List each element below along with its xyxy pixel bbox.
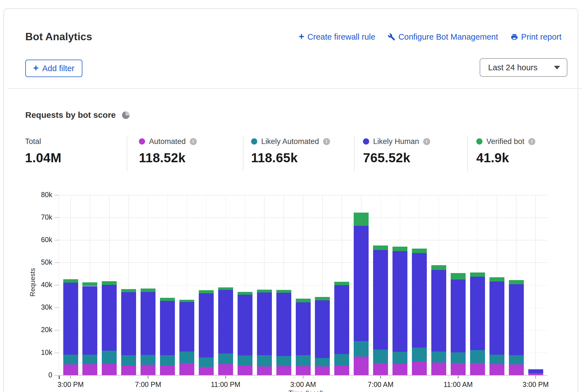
bar-segment-likely-automated[interactable] <box>238 355 252 366</box>
bar-segment-likely-human[interactable] <box>121 292 136 355</box>
bar-segment-likely-human[interactable] <box>102 285 117 350</box>
bar-segment-likely-automated[interactable] <box>218 353 233 364</box>
bar-segment-automated[interactable] <box>373 363 388 375</box>
bar-segment-automated[interactable] <box>257 366 272 375</box>
bar-segment-automated[interactable] <box>179 363 194 375</box>
bar-segment-verified-bot[interactable] <box>121 289 136 292</box>
bar-segment-likely-automated[interactable] <box>160 355 175 366</box>
bar-segment-likely-automated[interactable] <box>451 352 466 363</box>
bar-segment-likely-automated[interactable] <box>199 357 214 367</box>
bar-segment-likely-automated[interactable] <box>470 350 485 363</box>
bar-segment-likely-automated[interactable] <box>354 341 369 357</box>
bar-segment-likely-human[interactable] <box>373 250 388 350</box>
bar-segment-likely-automated[interactable] <box>102 351 117 364</box>
bar-segment-automated[interactable] <box>82 364 97 375</box>
bar-segment-verified-bot[interactable] <box>141 289 155 292</box>
bar-segment-verified-bot[interactable] <box>218 287 233 290</box>
bar-segment-automated[interactable] <box>121 365 136 375</box>
bar-segment-automated[interactable] <box>238 366 252 375</box>
info-icon[interactable]: i <box>528 138 535 145</box>
bar-segment-verified-bot[interactable] <box>296 299 311 303</box>
bar-segment-likely-human[interactable] <box>412 253 427 348</box>
bar-segment-likely-human[interactable] <box>141 292 155 355</box>
bar-segment-verified-bot[interactable] <box>470 272 485 276</box>
bar-segment-likely-human[interactable] <box>160 301 175 355</box>
bar-segment-verified-bot[interactable] <box>392 247 407 251</box>
bar-segment-automated[interactable] <box>412 361 427 375</box>
bar-segment-likely-automated[interactable] <box>121 355 136 365</box>
bar-segment-verified-bot[interactable] <box>373 245 388 250</box>
bar-segment-likely-automated[interactable] <box>296 355 311 366</box>
bar-segment-likely-automated[interactable] <box>63 355 78 364</box>
info-icon[interactable]: i <box>190 138 197 145</box>
bar-segment-verified-bot[interactable] <box>509 280 524 284</box>
bar-segment-likely-human[interactable] <box>82 286 97 355</box>
bar-segment-verified-bot[interactable] <box>315 297 330 300</box>
bar-segment-likely-automated[interactable] <box>179 352 194 363</box>
bar-segment-verified-bot[interactable] <box>63 279 78 283</box>
bar-segment-likely-automated[interactable] <box>528 373 543 374</box>
bar-segment-verified-bot[interactable] <box>276 290 291 293</box>
bar-segment-automated[interactable] <box>296 366 311 375</box>
bar-segment-automated[interactable] <box>199 367 214 375</box>
bar-segment-verified-bot[interactable] <box>238 292 252 295</box>
bar-segment-likely-human[interactable] <box>257 292 272 355</box>
bar-segment-likely-human[interactable] <box>334 285 349 354</box>
print-report-link[interactable]: Print report <box>511 32 561 42</box>
bar-segment-automated[interactable] <box>63 364 78 375</box>
bar-segment-automated[interactable] <box>141 365 155 375</box>
info-icon[interactable]: i <box>423 138 430 145</box>
bar-segment-likely-automated[interactable] <box>82 355 97 364</box>
bar-segment-likely-automated[interactable] <box>141 355 155 365</box>
bar-segment-automated[interactable] <box>509 364 524 375</box>
bar-segment-likely-automated[interactable] <box>509 355 524 364</box>
configure-bot-management-link[interactable]: Configure Bot Management <box>388 32 498 42</box>
bar-segment-verified-bot[interactable] <box>431 265 446 270</box>
bar-segment-likely-automated[interactable] <box>431 352 446 362</box>
bar-segment-likely-automated[interactable] <box>373 350 388 363</box>
bar-segment-likely-human[interactable] <box>451 280 466 352</box>
bar-segment-likely-automated[interactable] <box>276 356 291 366</box>
bar-segment-automated[interactable] <box>276 366 291 375</box>
bar-segment-likely-automated[interactable] <box>334 354 349 366</box>
bar-segment-automated[interactable] <box>528 374 543 375</box>
bar-segment-automated[interactable] <box>354 357 369 375</box>
bar-segment-verified-bot[interactable] <box>160 298 175 301</box>
bar-segment-likely-human[interactable] <box>276 293 291 356</box>
bar-segment-verified-bot[interactable] <box>412 249 427 253</box>
bar-segment-verified-bot[interactable] <box>451 273 466 280</box>
bar-segment-verified-bot[interactable] <box>199 290 214 293</box>
bar-segment-likely-human[interactable] <box>528 370 543 373</box>
bar-segment-likely-automated[interactable] <box>392 352 407 364</box>
time-range-select[interactable]: Last 24 hours <box>480 58 567 77</box>
bar-segment-likely-human[interactable] <box>218 290 233 353</box>
add-filter-button[interactable]: + Add filter <box>25 60 82 77</box>
bar-segment-likely-human[interactable] <box>179 302 194 351</box>
bar-segment-likely-human[interactable] <box>315 300 330 358</box>
bar-segment-likely-human[interactable] <box>392 251 407 352</box>
bar-segment-automated[interactable] <box>334 366 349 375</box>
bar-segment-likely-automated[interactable] <box>257 355 272 366</box>
bar-segment-automated[interactable] <box>392 364 407 375</box>
bar-segment-likely-automated[interactable] <box>489 355 504 364</box>
bar-segment-likely-human[interactable] <box>296 302 311 355</box>
bar-segment-likely-human[interactable] <box>199 293 214 357</box>
bar-segment-likely-human[interactable] <box>63 283 78 354</box>
bar-segment-automated[interactable] <box>315 366 330 375</box>
bar-segment-likely-human[interactable] <box>509 284 524 355</box>
bar-segment-automated[interactable] <box>218 364 233 375</box>
bar-segment-automated[interactable] <box>431 362 446 375</box>
create-firewall-rule-link[interactable]: + Create firewall rule <box>299 32 375 42</box>
bar-segment-automated[interactable] <box>470 363 485 375</box>
info-icon[interactable]: i <box>323 138 330 145</box>
bar-segment-likely-human[interactable] <box>431 270 446 352</box>
bar-segment-verified-bot[interactable] <box>257 290 272 292</box>
bar-segment-likely-human[interactable] <box>489 281 504 355</box>
bar-segment-likely-automated[interactable] <box>412 348 427 361</box>
bar-segment-automated[interactable] <box>102 364 117 375</box>
bar-segment-likely-human[interactable] <box>238 295 252 355</box>
bar-segment-verified-bot[interactable] <box>102 281 117 285</box>
bar-segment-verified-bot[interactable] <box>82 282 97 286</box>
bar-segment-likely-human[interactable] <box>470 277 485 350</box>
bar-segment-verified-bot[interactable] <box>354 213 369 226</box>
